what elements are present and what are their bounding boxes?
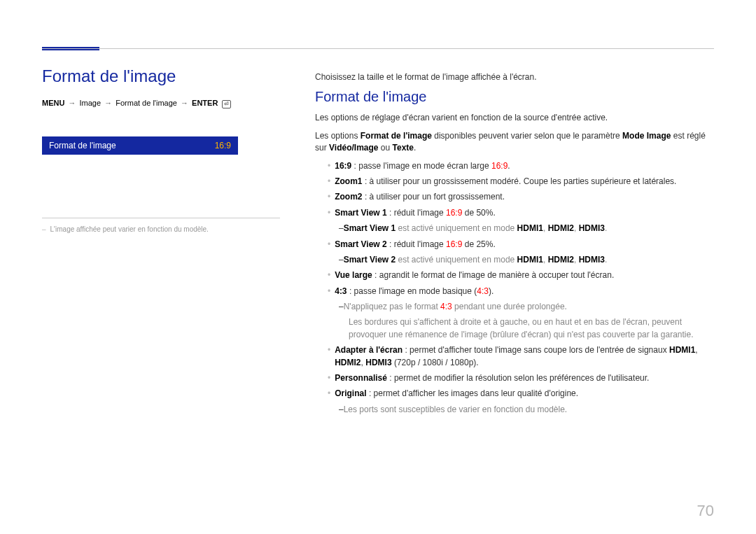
right-column: Choisissez la taille et le format de l'i… [315,71,714,419]
list-item: •Adapter à l'écran : permet d'afficher t… [315,344,714,369]
page-title: Format de l'image [42,66,280,86]
page-number: 70 [697,502,714,520]
desc-text: Les options de réglage d'écran varient e… [315,112,714,124]
options-note: Les options Format de l'image disponible… [315,130,714,155]
osd-menu-label: Format de l'image [49,141,116,150]
list-item: •Vue large : agrandit le format de l'ima… [315,269,714,281]
list-item: •Original : permet d'afficher les images… [315,388,714,400]
left-column: Format de l'image MENU → Image → Format … [42,66,280,233]
menu-path: MENU → Image → Format de l'image → ENTER… [42,99,280,108]
list-item: •Zoom2 : à utiliser pour un fort grossis… [315,191,714,203]
list-item: •4:3 : passe l'image en mode basique (4:… [315,286,714,297]
osd-menu-item: Format de l'image 16:9 [42,136,238,155]
osd-menu-value: 16:9 [215,141,231,150]
sub-note: –Smart View 1 est activé uniquement en m… [315,223,714,234]
list-item: •Zoom1 : à utiliser pour un grossissemen… [315,176,714,188]
feature-list: •16:9 : passe l'image en mode écran larg… [315,160,714,416]
sub-note: –N'appliquez pas le format 4:3 pendant u… [315,301,714,313]
header-rule [42,48,714,49]
list-item: •16:9 : passe l'image en mode écran larg… [315,160,714,172]
sub-note: –Smart View 2 est activé uniquement en m… [315,254,714,266]
list-item: •Smart View 1 : réduit l'image 16:9 de 5… [315,207,714,219]
enter-icon: ⏎ [222,100,231,108]
list-item: •Personnalisé : permet de modifier la ré… [315,372,714,384]
intro-text: Choisissez la taille et le format de l'i… [315,71,714,83]
list-item: •Smart View 2 : réduit l'image 16:9 de 2… [315,239,714,251]
section-subtitle: Format de l'image [315,89,714,105]
sub-note: –Les ports sont susceptibles de varier e… [315,404,714,416]
left-note: L'image affichée peut varier en fonction… [42,225,280,233]
sub-note: Les bordures qui s'affichent à droite et… [315,316,714,341]
divider [42,218,280,218]
